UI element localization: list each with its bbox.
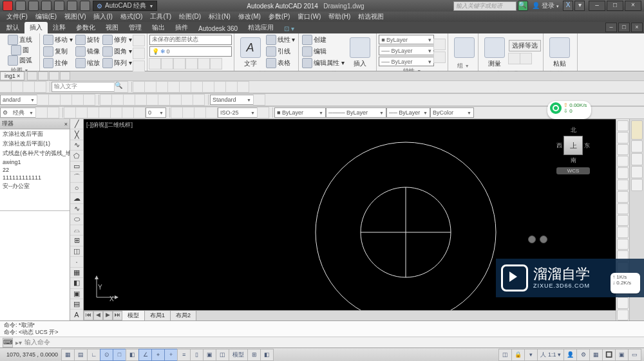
palette-close-icon[interactable]: × xyxy=(64,121,68,127)
rtool-11[interactable] xyxy=(617,239,629,250)
util-icon-2[interactable] xyxy=(520,53,532,64)
ribbon-rotate[interactable]: 旋转 xyxy=(74,35,101,45)
ribbon-stretch[interactable]: 拉伸 xyxy=(42,58,74,68)
layout-tab-2[interactable]: 布局2 xyxy=(171,311,196,320)
ribbon-modify-extra1[interactable] xyxy=(133,35,145,46)
nav-zoom-icon[interactable] xyxy=(631,153,643,165)
qat-print-icon[interactable] xyxy=(54,1,64,11)
tb3-3[interactable] xyxy=(64,107,76,118)
rtool-8[interactable] xyxy=(617,203,629,214)
vtool-revcloud-icon[interactable]: ☁ xyxy=(70,193,83,203)
rtool-5[interactable] xyxy=(617,167,629,178)
qat-redo-icon[interactable] xyxy=(80,1,90,11)
ribbon-tab-insert[interactable]: 插入 xyxy=(24,22,48,33)
qat-open-icon[interactable] xyxy=(28,1,39,11)
tb2-e[interactable] xyxy=(83,94,95,106)
rtool-2[interactable] xyxy=(617,132,629,143)
ribbon-tab-output[interactable]: 输出 xyxy=(147,22,170,33)
tb3-8[interactable] xyxy=(122,107,134,118)
menu-dimension[interactable]: 标注(N) xyxy=(205,12,234,21)
vtool-pline-icon[interactable]: ∿ xyxy=(70,140,83,151)
tb1-2[interactable] xyxy=(11,81,23,93)
palette-item[interactable]: 111111111111 xyxy=(0,174,70,181)
vtool-spline-icon[interactable]: ∿ xyxy=(70,204,83,214)
layerstate-dropdown[interactable]: 未保存的图层状态 xyxy=(149,35,232,45)
vtool-ellipse-icon[interactable]: ⬭ xyxy=(70,214,83,225)
tb1-1[interactable] xyxy=(0,81,12,93)
vtool-text-icon[interactable]: A xyxy=(70,310,83,320)
ribbon-draw-circle[interactable]: 圆 xyxy=(10,45,30,55)
search-icon[interactable]: 🔍 xyxy=(518,1,528,11)
tb2-c[interactable] xyxy=(60,94,72,106)
tb3-5[interactable] xyxy=(87,107,99,118)
prop-lweight-dd[interactable]: ── ByLayer▾ xyxy=(379,57,434,66)
status-otrack[interactable]: ∠ xyxy=(138,349,152,361)
layer-btn-6[interactable] xyxy=(210,58,222,69)
tb2-k[interactable] xyxy=(158,94,170,106)
doc-close-button[interactable]: × xyxy=(631,23,643,32)
command-prompt[interactable]: 输入命令 xyxy=(24,338,50,347)
tb1-d[interactable] xyxy=(167,81,180,93)
menu-insert[interactable]: 插入(I) xyxy=(90,12,116,21)
tb3-e[interactable] xyxy=(257,107,269,118)
ribbon-linear-dim[interactable]: 线性 ▾ xyxy=(265,35,297,45)
tb2-g[interactable] xyxy=(111,94,124,106)
tb1-a[interactable] xyxy=(133,81,145,93)
ribbon-scale[interactable]: 缩放 xyxy=(74,58,101,68)
status-osnap[interactable]: □ xyxy=(113,349,126,361)
vtool-line-icon[interactable]: ╱ xyxy=(70,119,83,129)
tb3-a[interactable] xyxy=(171,107,183,118)
status-polar[interactable]: ⊙ xyxy=(100,349,113,361)
ribbon-draw-arc[interactable]: 圆弧 xyxy=(6,55,33,66)
layout-nav-prev[interactable]: ◀ xyxy=(93,311,103,320)
tb3-c[interactable] xyxy=(194,107,206,118)
menu-format[interactable]: 格式(O) xyxy=(117,12,146,21)
tb1-i[interactable] xyxy=(225,81,238,93)
ribbon-tab-featured[interactable]: 精选应用 xyxy=(243,22,279,33)
ribbon-block-create[interactable]: 创建 xyxy=(301,35,346,45)
window-maximize-button[interactable]: □ xyxy=(607,1,623,11)
tb2-f[interactable] xyxy=(100,94,112,106)
ribbon-paste-button[interactable]: 粘贴 xyxy=(545,35,574,69)
rtool-4[interactable] xyxy=(617,156,629,167)
rtool-17[interactable] xyxy=(617,310,629,320)
viewcube-wcs[interactable]: WCS xyxy=(556,167,590,174)
tb3-4[interactable] xyxy=(75,107,88,118)
workspace-dropdown[interactable]: ⚙AutoCAD 经典▼ xyxy=(93,1,157,11)
status-r3[interactable]: ▾ xyxy=(524,349,538,361)
tab-close-icon[interactable]: × xyxy=(17,73,20,79)
tb1-f[interactable] xyxy=(191,81,203,93)
status-dyn[interactable]: + xyxy=(164,349,178,361)
vtool-grad-icon[interactable]: ◧ xyxy=(70,278,83,288)
help-icon[interactable]: ▾ xyxy=(574,1,585,11)
rtool-7[interactable] xyxy=(617,191,629,202)
tb3-9[interactable] xyxy=(133,107,146,118)
vtool-xline-icon[interactable]: ╳ xyxy=(70,129,83,140)
menu-tools[interactable]: 工具(T) xyxy=(146,12,175,21)
tb2-d[interactable] xyxy=(71,94,84,106)
tb1-find-icon[interactable]: 🔍 xyxy=(114,81,128,93)
tb3-b[interactable] xyxy=(182,107,194,118)
tb1-b[interactable] xyxy=(144,81,156,93)
ribbon-block-attr[interactable]: 编辑属性 ▾ xyxy=(301,58,346,68)
ltype-combo[interactable]: ──── ByLayer▼ xyxy=(326,107,386,118)
ribbon-mirror[interactable]: 镜像 xyxy=(74,46,101,57)
view-cube[interactable]: 北 西上东 南 WCS xyxy=(556,126,590,174)
ribbon-copy[interactable]: 复制 xyxy=(42,46,74,57)
ribbon-fillet[interactable]: 圆角 ▾ xyxy=(101,46,133,57)
plotstyle-combo[interactable]: ByColor▼ xyxy=(430,107,474,118)
command-input-row[interactable]: ⌨ ▸▾ 输入命令 xyxy=(0,337,644,347)
vtool-circle-icon[interactable]: ○ xyxy=(70,183,83,193)
palette-item[interactable]: 京涤社改后平面 xyxy=(0,129,70,139)
status-tpy[interactable]: ▯ xyxy=(190,349,204,361)
ribbon-block-edit[interactable]: 编辑 xyxy=(301,46,346,57)
file-tab-active[interactable]: ing1× xyxy=(0,71,24,80)
tb3-7[interactable] xyxy=(110,107,122,118)
tb1-4[interactable] xyxy=(34,81,46,93)
palette-item[interactable]: 22 xyxy=(0,166,70,174)
util-icon-1[interactable] xyxy=(508,53,520,64)
command-icon[interactable]: ⌨ xyxy=(3,338,13,347)
palette-title[interactable]: 理器× xyxy=(0,119,70,129)
tb2-o[interactable] xyxy=(253,94,265,106)
status-lwt[interactable]: ≡ xyxy=(177,349,191,361)
